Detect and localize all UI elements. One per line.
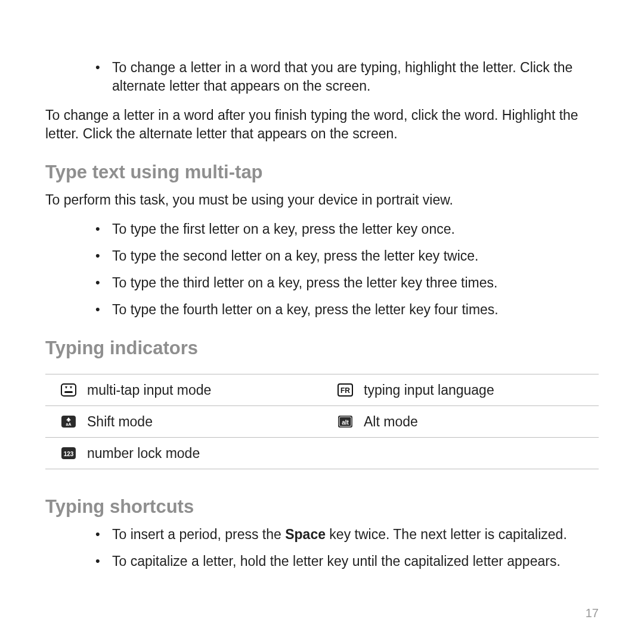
list-item: To type the third letter on a key, press… <box>45 274 599 292</box>
shift-icon <box>61 415 76 428</box>
multitap-bullet-list: To type the first letter on a key, press… <box>45 220 599 319</box>
page-number: 17 <box>586 605 599 621</box>
list-item: To type the first letter on a key, press… <box>45 220 599 239</box>
indicator-label: number lock mode <box>87 444 200 463</box>
alt-icon <box>338 415 353 428</box>
intro-bullet-list: To change a letter in a word that you ar… <box>45 58 599 95</box>
manual-page: To change a letter in a word that you ar… <box>0 0 644 644</box>
list-item: To insert a period, press the Space key … <box>45 525 599 544</box>
text: To insert a period, press the <box>112 527 285 542</box>
indicator-label: Alt mode <box>364 413 418 431</box>
list-item: To type the second letter on a key, pres… <box>45 247 599 265</box>
heading-multitap: Type text using multi-tap <box>45 160 599 185</box>
multitap-icon <box>61 383 76 397</box>
indicator-cell-empty <box>322 438 599 469</box>
indicator-cell: typing input language <box>322 374 599 405</box>
indicator-label: multi-tap input mode <box>87 381 211 400</box>
indicator-cell: Shift mode <box>45 406 322 437</box>
text: key twice. The next letter is capitalize… <box>326 527 567 542</box>
indicator-label: Shift mode <box>87 413 153 431</box>
lang-fr-icon <box>338 383 353 397</box>
indicator-cell: Alt mode <box>322 406 599 437</box>
heading-indicators: Typing indicators <box>45 336 599 361</box>
table-row: number lock mode <box>45 437 599 469</box>
indicators-table: multi-tap input mode typing input langua… <box>45 374 599 469</box>
text: To capitalize a letter, hold the letter … <box>112 553 561 569</box>
list-item: To capitalize a letter, hold the letter … <box>45 552 599 571</box>
numlock-icon <box>61 447 76 460</box>
multitap-lead: To perform this task, you must be using … <box>45 191 599 209</box>
shortcuts-bullet-list: To insert a period, press the Space key … <box>45 525 599 571</box>
heading-shortcuts: Typing shortcuts <box>45 494 599 519</box>
key-name: Space <box>285 527 326 542</box>
indicator-cell: multi-tap input mode <box>45 374 322 405</box>
table-row: multi-tap input mode typing input langua… <box>45 374 599 405</box>
list-item: To change a letter in a word that you ar… <box>45 58 599 95</box>
indicator-cell: number lock mode <box>45 438 322 469</box>
intro-paragraph: To change a letter in a word after you f… <box>45 106 599 143</box>
table-row: Shift mode Alt mode <box>45 405 599 437</box>
indicator-label: typing input language <box>364 381 494 400</box>
list-item: To type the fourth letter on a key, pres… <box>45 301 599 319</box>
